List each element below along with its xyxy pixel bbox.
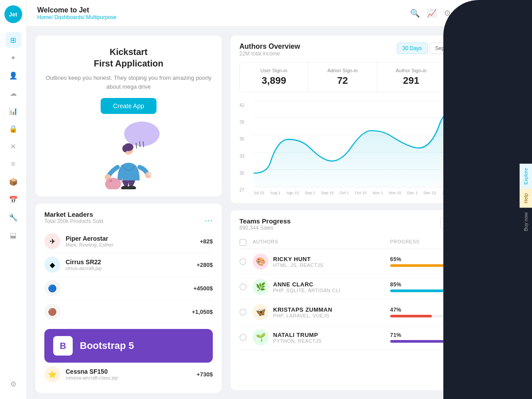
checkbox-4[interactable] <box>239 334 246 341</box>
sidebar-item-settings[interactable]: ⚙ <box>5 376 21 392</box>
left-column: Kickstart First Application Outlines kee… <box>35 35 222 390</box>
explore-tab[interactable]: Explore <box>520 164 532 189</box>
stat-label-user: User Sign-in <box>247 68 301 73</box>
team-avatar-1: 🎨 <box>253 254 269 270</box>
breadcrumb: Home/ Dashboards/ Multipurpose <box>37 14 117 20</box>
sidebar-item-menu[interactable]: ≡ <box>5 156 21 172</box>
bootstrap-icon: B <box>53 336 73 356</box>
market-options-icon[interactable]: ⋯ <box>205 215 213 225</box>
sidebar-item-cloud[interactable]: ☁ <box>5 85 21 101</box>
checkbox-3[interactable] <box>239 309 246 316</box>
create-app-button[interactable]: Create App <box>101 98 156 114</box>
team-avatar-3: 🦋 <box>253 304 269 320</box>
market-icon-4: 🟤 <box>44 304 60 320</box>
checkbox-1[interactable] <box>239 258 246 265</box>
svg-point-13 <box>127 186 136 189</box>
team-author-2: 🌿 Anne Clarc PHP, SQLite, Artisan CLI <box>253 279 390 295</box>
team-avatar-2: 🌿 <box>253 279 269 295</box>
y-label-27: 27 <box>239 188 250 192</box>
search-icon[interactable]: 🔍 <box>410 8 420 18</box>
team-name-1: Ricky Hunt <box>273 256 324 262</box>
sidebar-item-analytics[interactable]: ✦ <box>5 50 21 66</box>
x-label-nov1: Nov 1 <box>372 191 383 195</box>
dark-panel <box>443 0 532 399</box>
team-role-3: PHP, Laravel, VueJS <box>273 313 332 318</box>
header-left: Welcome to Jet Home/ Dashboards/ Multipu… <box>37 6 117 20</box>
x-label-nov15: Nov 15 <box>389 191 402 195</box>
stat-value-admin: 72 <box>316 75 370 86</box>
market-info-5: Cessna SF150 cessna-aircraft-class.jsp <box>66 368 196 380</box>
sidebar-bottom: ⚙ <box>5 376 21 399</box>
teams-title: Teams Progress <box>239 217 291 225</box>
x-label-oct1: Oct 1 <box>340 191 349 195</box>
market-header: Market Leaders Total 350k Products Sold … <box>44 211 213 230</box>
team-info-1: Ricky Hunt HTML, JS, ReactJS <box>273 256 324 268</box>
team-avatar-4: 🌱 <box>253 329 269 345</box>
team-role-4: Python, ReactJS <box>273 338 322 344</box>
market-item-4: 🟤 +1,050$ <box>44 300 213 324</box>
team-check-3 <box>239 309 253 316</box>
x-label-oct15: Oct 15 <box>355 191 367 195</box>
market-icon-5: ⭐ <box>44 366 60 382</box>
market-value-3: +4500$ <box>193 285 213 292</box>
team-check-1 <box>239 258 253 265</box>
kickstart-title: Kickstart First Application <box>94 46 163 69</box>
authors-subtitle: 22M total income <box>239 51 300 57</box>
team-check-4 <box>239 334 253 341</box>
app-logo[interactable]: Jet <box>4 5 22 23</box>
y-label-39: 39 <box>239 120 250 125</box>
market-item-5: ⭐ Cessna SF150 cessna-aircraft-class.jsp… <box>44 363 213 386</box>
x-label-sep1: Sep 1 <box>305 191 316 195</box>
market-name-1: Piper Aerostar <box>66 235 200 242</box>
market-icon-3: 🔵 <box>44 280 60 296</box>
stat-author-signin: Author Sign-in 291 <box>377 63 446 92</box>
stat-value-user: 3,899 <box>247 75 301 86</box>
sidebar-item-layout[interactable]: ⬓ <box>5 227 21 243</box>
svg-point-11 <box>148 172 152 176</box>
x-label-sep15: Sep 15 <box>321 191 334 195</box>
header-checkbox[interactable] <box>239 239 246 246</box>
chart-icon[interactable]: 📈 <box>427 8 437 18</box>
sidebar-item-dashboard[interactable]: ⊞ <box>5 32 21 48</box>
team-name-3: Kristaps Zumman <box>273 306 332 313</box>
y-label-42: 42 <box>239 103 250 108</box>
breadcrumb-home[interactable]: Home/ <box>37 14 55 20</box>
x-label-aug1: Aug 1 <box>270 191 281 195</box>
teams-title-group: Teams Progress 890,344 Sales <box>239 217 291 231</box>
progress-bar-fill-3 <box>390 315 432 317</box>
breadcrumb-dashboards[interactable]: Dashboards/ <box>55 14 86 20</box>
buy-tab[interactable]: Buy now <box>520 208 532 235</box>
market-title: Market Leaders <box>44 211 103 218</box>
y-label-33: 33 <box>239 154 250 159</box>
sidebar-item-reports[interactable]: 📊 <box>5 103 21 119</box>
market-value-5: +730$ <box>196 371 213 378</box>
sidebar-item-calendar[interactable]: 📅 <box>5 192 21 207</box>
help-tab[interactable]: Help <box>520 189 532 208</box>
svg-line-5 <box>143 141 144 147</box>
market-sub-5: cessna-aircraft-class.jsp <box>66 375 196 380</box>
market-item-1: ✈ Piper Aerostar Mark, Rowling, Esther +… <box>44 230 213 253</box>
market-info-2: Cirrus SR22 cirrus-aircraft.jsp <box>66 258 196 271</box>
stat-value-author: 291 <box>384 75 438 86</box>
sidebar-item-close[interactable]: ✕ <box>5 138 21 154</box>
bootstrap-banner[interactable]: B Bootstrap 5 <box>44 329 213 363</box>
tab-30days[interactable]: 30 Days <box>397 43 428 54</box>
svg-line-3 <box>136 143 137 149</box>
market-name-5: Cessna SF150 <box>66 368 196 375</box>
sidebar-nav: ⊞ ✦ 👤 ☁ 📊 🔒 ✕ ≡ 📦 📅 🔧 ⬓ <box>0 28 26 376</box>
x-label-agu15: Agu 15 <box>286 191 299 195</box>
market-title-group: Market Leaders Total 350k Products Sold <box>44 211 103 230</box>
kickstart-card: Kickstart First Application Outlines kee… <box>35 35 222 196</box>
market-subtitle: Total 350k Products Sold <box>44 218 103 224</box>
sidebar-item-tools[interactable]: 🔧 <box>5 209 21 225</box>
stat-label-author: Author Sign-in <box>384 68 438 73</box>
market-value-1: +82$ <box>200 238 213 245</box>
y-axis-labels: 42 39 36 33 30 27 <box>239 99 250 196</box>
sidebar-item-users[interactable]: 👤 <box>5 67 21 83</box>
checkbox-2[interactable] <box>239 283 246 290</box>
col-check <box>239 239 253 246</box>
sidebar-item-security[interactable]: 🔒 <box>5 121 21 137</box>
page-title: Welcome to Jet <box>37 6 117 14</box>
sidebar-item-packages[interactable]: 📦 <box>5 174 21 190</box>
team-author-3: 🦋 Kristaps Zumman PHP, Laravel, VueJS <box>253 304 390 320</box>
